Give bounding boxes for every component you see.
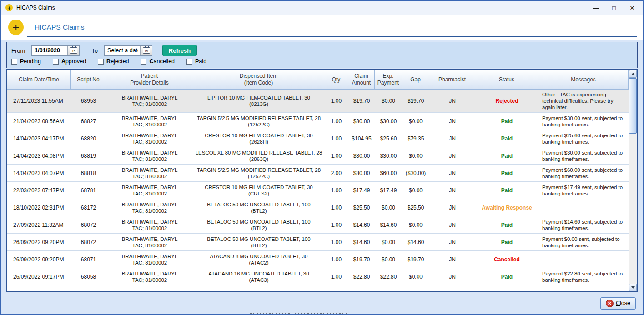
checkbox-icon[interactable]	[141, 59, 146, 65]
cell-line: BRAITHWAITE, DARYL	[107, 115, 192, 121]
cell-exp_payment: $17.49	[375, 185, 402, 195]
cell-message: Payment $30.00 sent, subjected to bankin…	[538, 148, 629, 164]
to-date-input[interactable]	[105, 46, 140, 55]
cell-patient: BRAITHWAITE, DARYLTAC; 81/00002	[106, 200, 193, 216]
filter-checkbox-approved: Approved	[53, 58, 86, 65]
cell-message	[538, 258, 629, 261]
to-date-picker: 15	[104, 45, 152, 56]
claim-row[interactable]: 27/11/2023 11:55AM68953BRAITHWAITE, DARY…	[7, 90, 629, 113]
cell-claim_amount: $30.00	[348, 151, 375, 161]
cell-claim_datetime: 14/04/2023 04:17PM	[7, 134, 71, 144]
cell-pharmacist: JN	[429, 185, 475, 195]
filter-checkbox-paid: Paid	[186, 58, 206, 65]
claim-row[interactable]: 18/10/2022 02:31PM68172BRAITHWAITE, DARY…	[7, 199, 629, 216]
column-header-line: Patient	[141, 73, 158, 80]
claim-row[interactable]: 26/09/2022 09:20PM68071BRAITHWAITE, DARY…	[7, 251, 629, 268]
maximize-button[interactable]: □	[605, 1, 623, 14]
cell-gap: $0.00	[402, 151, 429, 161]
cell-line: TAC; 81/00002	[107, 260, 192, 266]
cell-qty: 1.00	[324, 151, 348, 161]
column-header-message[interactable]: Messages	[538, 70, 629, 89]
claim-row[interactable]: 26/09/2022 09:17PM68058BRAITHWAITE, DARY…	[7, 268, 629, 285]
cell-claim_datetime: 18/10/2022 02:31PM	[7, 203, 71, 213]
column-header-status[interactable]: Status	[475, 70, 538, 89]
cell-pharmacist: JN	[429, 168, 475, 178]
minimize-button[interactable]: —	[587, 1, 605, 14]
cell-qty: 1.00	[324, 237, 348, 247]
checkbox-icon[interactable]	[98, 59, 104, 65]
column-header-pharmacist[interactable]: Pharmacist	[429, 70, 475, 89]
footer: ✕ Close	[1, 292, 643, 314]
close-button[interactable]: ✕ Close	[600, 297, 636, 310]
claims-table: Claim Date/TimeScript NoPatientProvider …	[6, 69, 638, 292]
vertical-scrollbar[interactable]	[629, 70, 637, 291]
cell-line: TAC; 81/00002	[107, 139, 192, 145]
column-header-qty[interactable]: Qty	[324, 70, 348, 89]
cell-status: Paid	[475, 151, 538, 161]
cell-script_no: 68820	[71, 134, 106, 144]
column-header-item[interactable]: Dispensed Item(Item Code)	[193, 70, 324, 89]
arrow-down-icon	[631, 286, 635, 289]
scroll-down-button[interactable]	[629, 284, 637, 291]
cell-pharmacist: JN	[429, 96, 475, 106]
cell-exp_payment: $25.60	[375, 134, 402, 144]
cell-line: LESCOL XL 80 MG MODIFIED RELEASE TABLET,…	[194, 150, 323, 156]
cell-claim_datetime: 14/04/2023 04:07PM	[7, 168, 71, 178]
column-header-line: Dispensed Item	[240, 73, 277, 80]
checkbox-icon[interactable]	[53, 59, 59, 65]
from-date-input[interactable]	[32, 46, 67, 55]
cell-message: Payment $14.60 sent, subjected to bankin…	[538, 217, 629, 233]
column-header-exp_payment[interactable]: Exp.Payment	[375, 70, 402, 89]
close-window-button[interactable]: ✕	[623, 1, 641, 14]
scrollbar-track[interactable]	[629, 134, 637, 284]
cell-pharmacist: JN	[429, 151, 475, 161]
from-calendar-button[interactable]: 15	[67, 46, 79, 55]
cell-patient: BRAITHWAITE, DARYLTAC; 81/00002	[106, 130, 193, 147]
cell-script_no: 68071	[71, 255, 106, 265]
claim-row[interactable]: 26/09/2022 09:20PM68072BRAITHWAITE, DARY…	[7, 234, 629, 251]
titlebar[interactable]: + HICAPS Claims — □ ✕	[1, 1, 643, 15]
to-calendar-button[interactable]: 15	[140, 46, 152, 55]
claim-row[interactable]: 22/03/2023 07:47PM68781BRAITHWAITE, DARY…	[7, 182, 629, 199]
cell-claim_datetime: 27/11/2023 11:55AM	[7, 96, 71, 106]
cell-patient: BRAITHWAITE, DARYLTAC; 81/00002	[106, 93, 193, 109]
claim-row[interactable]: 27/09/2022 11:32AM68072BRAITHWAITE, DARY…	[7, 216, 629, 234]
refresh-button[interactable]: Refresh	[162, 45, 197, 56]
column-header-claim_amount[interactable]: ClaimAmount	[348, 70, 375, 89]
cell-status: Paid	[475, 237, 538, 247]
cell-message: Payment $30.00 sent, subjected to bankin…	[538, 113, 629, 130]
claim-row[interactable]: 14/04/2023 04:17PM68820BRAITHWAITE, DARY…	[7, 130, 629, 147]
cell-patient: BRAITHWAITE, DARYLTAC; 81/00002	[106, 165, 193, 181]
claim-row[interactable]: 21/04/2023 08:56AM68827BRAITHWAITE, DARY…	[7, 113, 629, 130]
cell-claim_datetime: 22/03/2023 07:47PM	[7, 185, 71, 195]
checkbox-icon[interactable]	[186, 59, 192, 65]
claim-row[interactable]: 14/04/2023 04:08PM68819BRAITHWAITE, DARY…	[7, 147, 629, 165]
cell-pharmacist: JN	[429, 134, 475, 144]
cell-qty: 1.00	[324, 255, 348, 265]
column-header-line: Amount	[352, 80, 371, 86]
cell-claim_datetime: 26/09/2022 09:20PM	[7, 237, 71, 247]
cell-line: BRAITHWAITE, DARYL	[107, 236, 192, 242]
cell-line: BRAITHWAITE, DARYL	[107, 201, 192, 208]
column-header-line: Payment	[377, 80, 399, 86]
scroll-up-button[interactable]	[629, 70, 637, 78]
column-header-line: Status	[499, 76, 514, 83]
cell-item: ATACAND 8 MG UNCOATED TABLET, 30(ATAC2)	[193, 251, 324, 268]
checkbox-label: Cancelled	[149, 58, 175, 65]
column-header-claim_datetime[interactable]: Claim Date/Time	[7, 70, 71, 89]
calendar-icon: 15	[143, 47, 150, 54]
column-header-patient[interactable]: PatientProvider Details	[106, 70, 193, 89]
cell-gap: $0.00	[402, 272, 429, 282]
column-header-script_no[interactable]: Script No	[71, 70, 106, 89]
column-header-line: Qty	[332, 76, 341, 83]
column-header-gap[interactable]: Gap	[402, 70, 429, 89]
claim-row[interactable]: 14/04/2023 04:07PM68818BRAITHWAITE, DARY…	[7, 165, 629, 182]
cell-gap: $0.00	[402, 116, 429, 126]
cell-patient: BRAITHWAITE, DARYLTAC; 81/00002	[106, 234, 193, 250]
scrollbar-thumb[interactable]	[629, 78, 637, 134]
cell-script_no: 68072	[71, 220, 106, 230]
checkbox-icon[interactable]	[11, 59, 17, 65]
column-header-line: Claim Date/Time	[19, 76, 59, 83]
checkbox-label: Rejected	[106, 58, 129, 65]
cell-claim_datetime: 26/09/2022 09:17PM	[7, 272, 71, 282]
